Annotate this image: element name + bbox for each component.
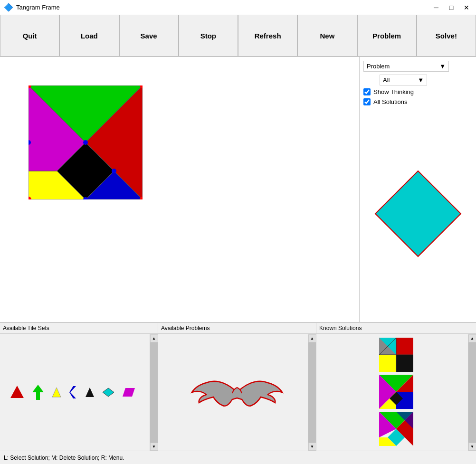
svg-marker-20 bbox=[86, 388, 94, 397]
bottom-panels: Available Tile Sets bbox=[0, 322, 476, 451]
solutions-area bbox=[316, 334, 476, 450]
controls-panel: Problem ▼ All ▼ Show Thinking All Soluti… bbox=[363, 61, 472, 105]
problem-button[interactable]: Problem bbox=[357, 15, 417, 57]
all-solutions-row: All Solutions bbox=[363, 98, 472, 105]
available-problems-panel: Available Problems ▲ ▼ bbox=[158, 323, 316, 451]
solution-thumb-2[interactable] bbox=[379, 375, 413, 409]
save-button[interactable]: Save bbox=[119, 15, 179, 57]
known-solutions-scroll-up[interactable]: ▲ bbox=[468, 334, 476, 342]
app-icon: 🔷 bbox=[4, 3, 13, 12]
solve-button[interactable]: Solve! bbox=[417, 15, 476, 57]
problem-dropdown-row: Problem ▼ bbox=[363, 61, 472, 72]
tile-sets-scroll-up[interactable]: ▲ bbox=[150, 334, 158, 342]
filter-dropdown[interactable]: All ▼ bbox=[380, 75, 427, 85]
statusbar: L: Select Solution; M: Delete Solution; … bbox=[0, 451, 476, 464]
available-problems-scroll-down[interactable]: ▼ bbox=[308, 443, 316, 451]
quit-button[interactable]: Quit bbox=[0, 15, 59, 57]
available-problems-scrollbar: ▲ ▼ bbox=[308, 334, 316, 451]
problem-dropdown[interactable]: Problem ▼ bbox=[363, 61, 449, 72]
diamond-container bbox=[371, 166, 466, 261]
problem-dropdown-value: Problem bbox=[367, 63, 390, 70]
problems-area bbox=[158, 334, 316, 450]
titlebar-controls: ─ □ ✕ bbox=[430, 2, 472, 13]
svg-marker-22 bbox=[123, 388, 135, 397]
canvas-area[interactable] bbox=[0, 57, 360, 322]
tile-sets-scrollbar: ▲ ▼ bbox=[150, 334, 158, 451]
tile-magenta-parallelogram[interactable] bbox=[122, 387, 136, 398]
titlebar-left: 🔷 Tangram Frame bbox=[4, 3, 60, 12]
filter-dropdown-value: All bbox=[383, 76, 390, 84]
tile-sets-scroll-down[interactable]: ▼ bbox=[150, 443, 158, 451]
minimize-button[interactable]: ─ bbox=[430, 2, 442, 13]
problem-dropdown-arrow: ▼ bbox=[439, 63, 446, 70]
tile-sets-header: Available Tile Sets bbox=[0, 323, 158, 334]
svg-marker-17 bbox=[32, 385, 44, 400]
app-title: Tangram Frame bbox=[16, 4, 60, 11]
tile-black-triangle[interactable] bbox=[85, 386, 95, 399]
close-button[interactable]: ✕ bbox=[461, 2, 472, 13]
svg-marker-25 bbox=[396, 355, 413, 372]
svg-marker-24 bbox=[379, 355, 396, 372]
main-area: Problem ▼ All ▼ Show Thinking All Soluti… bbox=[0, 57, 476, 322]
svg-marker-21 bbox=[103, 388, 114, 397]
new-button[interactable]: New bbox=[297, 15, 357, 57]
svg-point-12 bbox=[83, 140, 88, 145]
tangram-canvas[interactable] bbox=[29, 85, 143, 199]
known-solutions-scrollbar: ▲ ▼ bbox=[468, 334, 476, 451]
available-problems-scroll-up[interactable]: ▲ bbox=[308, 334, 316, 342]
all-solutions-checkbox[interactable] bbox=[363, 98, 371, 105]
available-problems-header: Available Problems bbox=[158, 323, 316, 334]
svg-marker-15 bbox=[375, 171, 461, 256]
solution-thumb-3[interactable] bbox=[379, 412, 413, 446]
all-solutions-label: All Solutions bbox=[373, 98, 408, 105]
filter-dropdown-row: All ▼ bbox=[363, 75, 472, 85]
tile-cyan-diamond[interactable] bbox=[102, 387, 115, 398]
svg-marker-26 bbox=[396, 338, 413, 355]
available-problems-scroll-thumb[interactable] bbox=[308, 342, 316, 443]
toolbar: Quit Load Save Stop Refresh New Problem … bbox=[0, 15, 476, 57]
svg-marker-19 bbox=[69, 386, 76, 398]
stop-button[interactable]: Stop bbox=[179, 15, 238, 57]
solution-thumb-1[interactable] bbox=[379, 338, 413, 372]
known-solutions-scroll-thumb[interactable] bbox=[468, 342, 476, 443]
svg-point-14 bbox=[112, 169, 116, 173]
tile-red-triangle[interactable] bbox=[10, 385, 25, 400]
known-solutions-panel: Known Solutions bbox=[316, 323, 476, 451]
show-thinking-checkbox[interactable] bbox=[363, 88, 371, 95]
bat-shape[interactable] bbox=[190, 364, 285, 421]
diamond-svg bbox=[371, 166, 466, 261]
svg-marker-18 bbox=[52, 388, 61, 397]
right-panel: Problem ▼ All ▼ Show Thinking All Soluti… bbox=[360, 57, 476, 322]
show-thinking-label: Show Thinking bbox=[373, 88, 414, 95]
tile-sets-scroll-thumb[interactable] bbox=[150, 342, 158, 443]
tiles-area bbox=[0, 334, 158, 450]
tile-yellow-triangle[interactable] bbox=[51, 386, 62, 399]
known-solutions-scroll-down[interactable]: ▼ bbox=[468, 443, 476, 451]
load-button[interactable]: Load bbox=[59, 15, 119, 57]
tile-sets-content bbox=[0, 334, 158, 450]
known-solutions-header: Known Solutions bbox=[316, 323, 476, 334]
show-thinking-row: Show Thinking bbox=[363, 88, 472, 95]
titlebar: 🔷 Tangram Frame ─ □ ✕ bbox=[0, 0, 476, 15]
available-problems-content bbox=[158, 334, 316, 450]
status-text: L: Select Solution; M: Delete Solution; … bbox=[4, 455, 124, 461]
tile-sets-panel: Available Tile Sets bbox=[0, 323, 158, 451]
tile-green-arrow[interactable] bbox=[31, 384, 45, 401]
known-solutions-content bbox=[316, 334, 476, 450]
solution-preview bbox=[363, 109, 472, 318]
refresh-button[interactable]: Refresh bbox=[238, 15, 297, 57]
maximize-button[interactable]: □ bbox=[446, 2, 457, 13]
filter-dropdown-arrow: ▼ bbox=[418, 76, 424, 84]
tile-blue-chevron[interactable] bbox=[68, 385, 78, 399]
svg-marker-16 bbox=[10, 386, 24, 398]
